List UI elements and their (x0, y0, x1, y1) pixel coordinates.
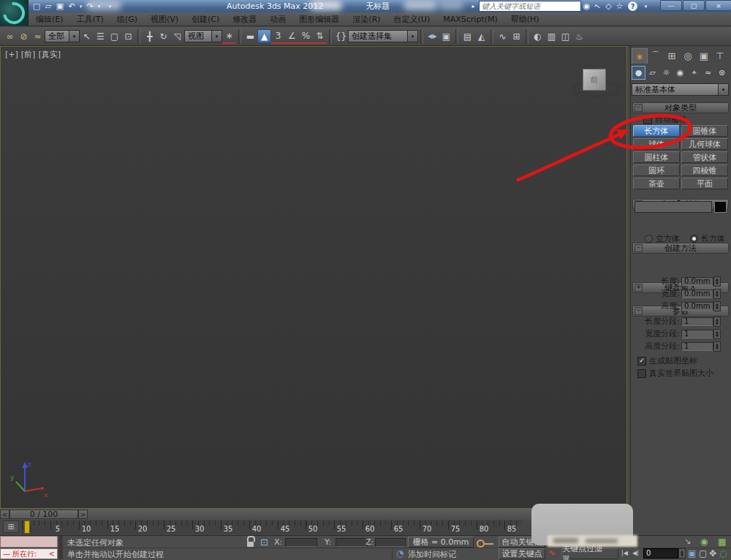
object-button-sphere[interactable]: 球体 (633, 138, 680, 150)
object-button-cylinder[interactable]: 圆柱体 (633, 151, 680, 163)
favorites-star-icon[interactable]: ☆ (614, 1, 625, 12)
x-coordinate-field[interactable] (285, 538, 317, 547)
key-mode-toggle-icon[interactable]: ▣ (688, 548, 696, 559)
close-button[interactable]: × (705, 0, 731, 11)
save-file-icon[interactable]: ▣ (54, 1, 66, 12)
pan-hand-icon[interactable]: ✥ (709, 548, 716, 559)
material-editor-icon[interactable]: ◐ (531, 29, 545, 43)
percent-snap-icon[interactable]: % (299, 29, 313, 44)
param-width-field[interactable]: 0.0mm (681, 290, 713, 298)
current-frame-field[interactable]: 0 (643, 548, 678, 559)
menu-item-create[interactable]: 创建(C) (185, 12, 226, 26)
new-file-icon[interactable]: ▢ (31, 1, 42, 12)
rendered-frame-window-icon[interactable]: ◫ (558, 29, 572, 43)
param-height-spinner[interactable] (713, 301, 721, 311)
next-frame-icon[interactable]: ◀| (632, 550, 639, 556)
menu-item-edit[interactable]: 编辑(E) (29, 12, 70, 26)
angle-snap-icon[interactable]: ∠ (285, 29, 299, 44)
tab-create[interactable]: ∗ (632, 48, 648, 64)
object-button-pyramid[interactable]: 四棱锥 (681, 164, 728, 176)
zoom-all-icon[interactable]: ◉ (700, 537, 708, 547)
unlink-selection-icon[interactable]: ⊘ (17, 29, 31, 43)
search-input[interactable] (479, 1, 581, 12)
key-filters-button[interactable]: 关键点过滤器... (561, 548, 618, 559)
time-slider-handle[interactable]: 0 / 100 (10, 510, 78, 519)
bind-to-space-warp-icon[interactable]: ≈ (31, 29, 45, 43)
zoom-pointer-icon[interactable]: ↘ (684, 537, 691, 546)
align-icon[interactable]: ▣ (439, 29, 453, 43)
menu-item-customize[interactable]: 自定义(U) (387, 12, 437, 26)
window-crossing-icon[interactable]: ⊡ (121, 29, 135, 43)
current-frame-spinner[interactable] (678, 548, 686, 559)
snaps-toggle-icon[interactable]: ▲ (257, 29, 271, 43)
z-coordinate-field[interactable] (375, 538, 406, 547)
category-geometry-icon[interactable]: ● (632, 66, 645, 80)
layer-manager-icon[interactable]: ▤ (461, 29, 474, 43)
maxscript-listener-line[interactable]: — 所在行: < (0, 548, 58, 559)
render-production-icon[interactable]: ♨ (572, 29, 586, 43)
undo-icon[interactable]: ↶ (66, 1, 77, 12)
param-height-segs-field[interactable]: 1 (681, 342, 713, 351)
autogrid-checkbox[interactable] (643, 116, 652, 124)
object-category-dropdown[interactable]: 标准基本体 ▾ (632, 83, 729, 96)
category-lights-icon[interactable]: ☼ (659, 66, 673, 80)
category-systems-icon[interactable]: ⊛ (715, 66, 729, 80)
snap-3d-icon[interactable]: 3 (271, 29, 285, 44)
selection-lock-icon[interactable] (247, 536, 255, 547)
tab-modify[interactable]: ⌒ (648, 48, 664, 64)
open-mini-curve-editor-button[interactable]: ⊞ (3, 521, 19, 533)
edit-named-selection-sets-icon[interactable]: {} (334, 29, 348, 43)
param-width-segs-field[interactable]: 1 (681, 330, 713, 338)
param-width-segs-spinner[interactable] (713, 329, 721, 339)
undo-flyout-icon[interactable]: ▾ (77, 1, 84, 12)
mirror-icon[interactable]: ◀▶ (425, 29, 439, 43)
select-and-move-icon[interactable]: ╋ (143, 29, 156, 43)
tab-utilities[interactable]: ⊤ (712, 48, 728, 64)
listener-scroll-icon[interactable]: < (49, 550, 55, 558)
search-expand-icon[interactable]: ▸ (468, 1, 479, 12)
category-helpers-icon[interactable]: ⌖ (687, 66, 701, 80)
param-length-spinner[interactable] (713, 276, 721, 287)
select-and-scale-icon[interactable]: ◹ (170, 29, 184, 43)
viewcube[interactable]: 前 (583, 69, 606, 91)
select-by-name-icon[interactable]: ☰ (94, 29, 107, 43)
named-selection-dropdown[interactable]: 创建选择集 ▾ (348, 30, 418, 42)
param-width-spinner[interactable] (713, 289, 721, 299)
spinner-snap-icon[interactable]: ⇅ (313, 29, 327, 44)
category-cameras-icon[interactable]: ◉ (673, 66, 687, 80)
generate-mapping-checkbox[interactable]: ✓ (637, 357, 646, 366)
tab-motion[interactable]: ◎ (680, 48, 696, 64)
viewport-front[interactable] (0, 46, 627, 509)
object-button-plane[interactable]: 平面 (681, 178, 728, 189)
menu-item-tools[interactable]: 工具(T) (70, 12, 110, 26)
previous-frame-icon[interactable]: |◀ (621, 550, 628, 556)
rectangular-selection-region-icon[interactable]: ▢ (107, 29, 121, 43)
param-length-segs-field[interactable]: 1 (681, 317, 713, 326)
graphite-modeling-icon[interactable]: ◭ (474, 29, 488, 43)
selection-filter-dropdown[interactable]: 全部 ▾ (45, 30, 80, 42)
current-frame-marker[interactable] (24, 521, 30, 534)
menu-item-graph-editors[interactable]: 图形编辑器 (292, 12, 346, 26)
object-button-teapot[interactable]: 茶壶 (633, 178, 680, 189)
menu-item-help[interactable]: 帮助(H) (504, 12, 546, 26)
object-button-geosphere[interactable]: 几何球体 (681, 138, 728, 150)
keyboard-shortcut-override-icon[interactable]: ▬ (243, 29, 257, 43)
schematic-view-icon[interactable]: ⊞ (510, 29, 523, 43)
rollout-creation-method[interactable]: - 创建方法 (632, 243, 729, 254)
menu-item-modifiers[interactable]: 修改器 (226, 12, 263, 26)
menu-item-maxscript[interactable]: MAXScript(M) (436, 12, 504, 26)
object-button-torus[interactable]: 圆环 (633, 164, 680, 176)
time-slider-next-button[interactable]: > (78, 510, 88, 519)
set-key-filters-wave-icon[interactable]: ∿ (548, 548, 556, 558)
y-coordinate-field[interactable] (336, 538, 368, 547)
add-time-tag-button[interactable]: 添加时间标记 (408, 549, 456, 560)
param-height-segs-spinner[interactable] (713, 341, 721, 352)
menu-item-views[interactable]: 视图(V) (144, 12, 185, 26)
object-name-field[interactable] (635, 201, 712, 213)
viewport-general-menu[interactable]: [+] (5, 50, 18, 59)
minimize-button[interactable]: — (660, 0, 682, 11)
zoom-extents-all-icon[interactable]: ▦ (718, 537, 726, 547)
object-button-cone[interactable]: 圆锥体 (681, 125, 728, 137)
open-file-icon[interactable]: ▱ (42, 1, 54, 12)
param-length-segs-spinner[interactable] (713, 317, 721, 327)
